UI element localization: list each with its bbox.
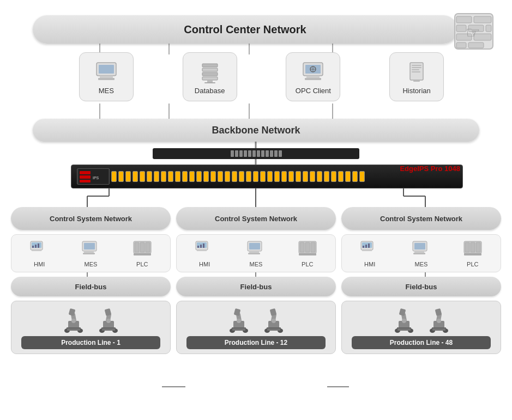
svg-rect-30 <box>486 25 491 32</box>
edgeips-port <box>338 171 344 182</box>
svg-rect-43 <box>202 77 218 80</box>
patch-port <box>270 150 273 157</box>
prodline-box-2: Production Line - 12 <box>176 301 336 354</box>
backbone-bar: Backbone Network <box>33 119 479 142</box>
svg-rect-109 <box>299 253 316 255</box>
edgeips-port <box>281 171 287 182</box>
svg-rect-129 <box>365 245 367 248</box>
svg-rect-62 <box>80 180 91 182</box>
svg-rect-68 <box>38 244 39 248</box>
patch-port <box>248 150 251 157</box>
patch-port <box>252 150 256 157</box>
patch-port <box>279 150 282 157</box>
svg-rect-55 <box>412 67 421 68</box>
mes-icon-3 <box>411 239 431 259</box>
plc-icon-1 <box>132 239 152 259</box>
mes-label-2: MES <box>250 261 263 267</box>
edgeips-port <box>147 171 152 182</box>
svg-rect-102 <box>249 251 259 253</box>
svg-rect-27 <box>474 16 491 23</box>
mes-label-1: MES <box>85 261 98 267</box>
svg-point-148 <box>402 319 406 323</box>
edgeips-logo-svg: IPS <box>79 169 109 184</box>
svg-rect-99 <box>203 244 204 248</box>
csn-label-1: Control System Network <box>50 215 132 223</box>
svg-text:☞: ☞ <box>466 23 480 41</box>
svg-rect-138 <box>471 242 475 252</box>
svg-rect-131 <box>362 250 372 251</box>
prodline-label-3: Production Line - 48 <box>352 336 491 349</box>
prodline-robots-3 <box>389 306 454 333</box>
edgeips-port <box>274 171 280 182</box>
svg-rect-66 <box>32 246 34 248</box>
csn-bar-1: Control System Network <box>11 207 171 230</box>
csn-section: Control System Network HMI <box>11 207 501 354</box>
prodline-box-3: Production Line - 48 <box>341 301 501 354</box>
historian-icon <box>405 59 429 83</box>
edgeips-port <box>232 171 237 182</box>
svg-rect-153 <box>432 328 445 331</box>
csn-column-3: Control System Network HMI <box>341 207 501 354</box>
robot-icon-1b <box>93 306 124 333</box>
csn-bar-2: Control System Network <box>176 207 336 230</box>
edgeips-port <box>154 171 159 182</box>
svg-rect-137 <box>465 242 469 252</box>
edgeips-port <box>182 171 188 182</box>
plc-label-3: PLC <box>467 261 478 267</box>
csn-device-mes-3: MES <box>411 239 431 267</box>
hmi-icon-3 <box>360 239 380 259</box>
csn-device-mes-2: MES <box>246 239 266 267</box>
backbone-label: Backbone Network <box>212 125 300 136</box>
hmi-label-2: HMI <box>199 261 210 267</box>
plc-icon-3 <box>463 239 483 259</box>
svg-rect-93 <box>104 308 111 316</box>
csn-devices-1: HMI MES <box>11 234 171 272</box>
plc-label-1: PLC <box>136 261 148 267</box>
csn-label-3: Control System Network <box>380 215 462 223</box>
edgeips-port <box>239 171 244 182</box>
edgeips-logo: IPS <box>77 168 110 185</box>
patch-port <box>257 150 260 157</box>
svg-point-94 <box>106 319 111 323</box>
csn-device-hmi-3: HMI <box>360 239 380 267</box>
svg-point-86 <box>71 319 76 323</box>
svg-rect-34 <box>468 42 484 48</box>
top-devices: MES Database <box>55 52 468 101</box>
patch-port <box>266 150 269 157</box>
edgeips-port <box>303 171 308 182</box>
svg-rect-54 <box>412 65 421 66</box>
svg-rect-56 <box>412 69 419 70</box>
svg-rect-76 <box>140 242 144 252</box>
ccn-label: Control Center Network <box>184 23 306 36</box>
svg-rect-42 <box>202 72 218 76</box>
firewall-svg: ☞ <box>452 11 496 52</box>
svg-rect-67 <box>35 245 37 248</box>
svg-rect-98 <box>200 245 202 248</box>
csn-devices-3: HMI MES <box>341 234 501 272</box>
edgeips-port <box>246 171 251 182</box>
edgeips-port <box>296 171 301 182</box>
svg-text:IPS: IPS <box>93 176 99 180</box>
svg-rect-71 <box>84 251 94 253</box>
csn-device-plc-1: PLC <box>132 239 152 267</box>
csn-column-1: Control System Network HMI <box>11 207 171 354</box>
svg-rect-48 <box>305 78 321 80</box>
csn-label-2: Control System Network <box>215 215 297 223</box>
svg-rect-33 <box>456 42 466 48</box>
historian-label: Historian <box>402 87 430 95</box>
fieldbus-label-3: Field-bus <box>406 283 437 291</box>
svg-rect-103 <box>248 253 260 254</box>
edgeips-port <box>260 171 266 182</box>
robot-icon-3b <box>424 306 454 333</box>
edgeips-port <box>317 171 322 182</box>
svg-rect-28 <box>456 25 466 32</box>
svg-rect-106 <box>300 242 304 252</box>
svg-rect-58 <box>413 80 420 82</box>
edgeips-port <box>132 171 138 182</box>
csn-device-hmi-2: HMI <box>195 239 214 267</box>
svg-rect-83 <box>67 328 80 331</box>
svg-rect-97 <box>197 246 199 248</box>
firewall-icon: ☞ <box>452 11 496 52</box>
svg-point-117 <box>237 319 241 323</box>
edgeips-port <box>168 171 173 182</box>
